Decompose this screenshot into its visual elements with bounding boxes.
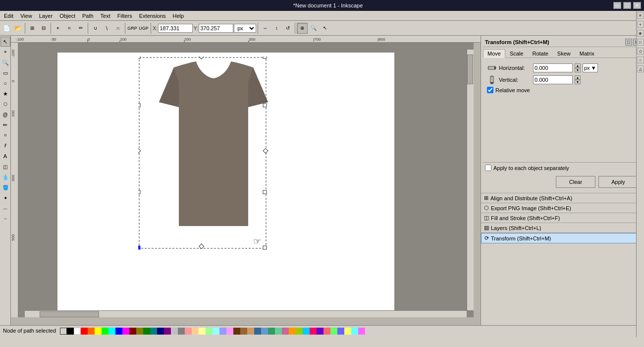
cursor-btn[interactable]: ↖ — [320, 23, 330, 34]
swatch-chartreuse[interactable] — [296, 328, 303, 335]
swatch-teal[interactable] — [150, 328, 157, 335]
y-input[interactable] — [199, 24, 233, 33]
diff-btn[interactable]: ∖ — [101, 23, 112, 34]
horizontal-input[interactable] — [533, 63, 573, 72]
transform-collapsed-panel[interactable]: ⟳ Transform (Shift+Ctrl+M) ▼ — [481, 233, 644, 243]
swatch-brown[interactable] — [233, 328, 240, 335]
swatch-cyan[interactable] — [108, 328, 115, 335]
swatch-white[interactable] — [74, 328, 81, 335]
swatch-tan[interactable] — [240, 328, 247, 335]
apply-button[interactable]: Apply — [598, 176, 638, 188]
arrange-icon[interactable]: ≡ — [637, 12, 644, 19]
tab-scale[interactable]: Scale — [505, 49, 528, 58]
swatch-lt-yellow[interactable] — [199, 328, 206, 335]
swatch-salmon[interactable] — [323, 328, 330, 335]
snap-icon-3[interactable]: □ — [637, 39, 644, 46]
swatch-dark-green[interactable] — [143, 328, 150, 335]
snap-icon-5[interactable]: ○ — [637, 57, 644, 63]
node-tool-btn[interactable]: ⌖ — [53, 23, 63, 34]
eyedropper-tool[interactable]: 💧 — [0, 172, 10, 182]
rect-tool[interactable]: ▭ — [0, 68, 10, 78]
fill-stroke-panel[interactable]: ◫ Fill and Stroke (Shift+Ctrl+F) ▼ — [481, 213, 644, 223]
measure-tool[interactable]: ↔ — [0, 214, 10, 224]
rotate-90-btn[interactable]: ↺ — [282, 23, 293, 34]
connector-tool[interactable]: — — [0, 203, 10, 213]
swatch-lt-yellow2[interactable] — [344, 328, 351, 335]
flip-h-btn[interactable]: ↔ — [260, 23, 270, 34]
relative-move-checkbox[interactable] — [487, 87, 493, 93]
swatch-sky-blue[interactable] — [303, 328, 310, 335]
calligraphy-tool[interactable]: Ꝭ — [0, 141, 10, 151]
close-button[interactable]: ✕ — [633, 2, 641, 9]
swatch-red[interactable] — [81, 328, 88, 335]
menu-text[interactable]: Text — [98, 12, 113, 19]
swatch-lt-magenta[interactable] — [226, 328, 233, 335]
menu-view[interactable]: View — [17, 12, 35, 19]
star-tool[interactable]: ★ — [0, 89, 10, 99]
open-btn[interactable]: 📂 — [12, 23, 23, 34]
vertical-input[interactable] — [533, 75, 573, 84]
swatch-violet[interactable] — [317, 328, 323, 335]
swatch-rose[interactable] — [282, 328, 289, 335]
swatch-lt-red[interactable] — [185, 328, 192, 335]
panel-restore-btn[interactable]: □ — [625, 39, 632, 46]
menu-object[interactable]: Object — [56, 12, 78, 19]
swatch-sea-green[interactable] — [268, 328, 275, 335]
zoom-tool[interactable]: 🔍 — [0, 58, 10, 67]
text-tool[interactable]: A — [0, 151, 10, 161]
canvas-area[interactable]: -100 -50 0 100 200 300 |700 |800 -100 0 — [11, 36, 481, 325]
vertical-spin-down[interactable]: ▼ — [575, 80, 581, 84]
spiral-tool[interactable]: @ — [0, 110, 10, 119]
swatch-navy[interactable] — [157, 328, 164, 335]
pen-tool-btn[interactable]: ✏ — [75, 23, 86, 34]
flip-v-btn[interactable]: ↕ — [271, 23, 282, 34]
menu-layer[interactable]: Layer — [36, 12, 56, 19]
hscroll-thumb[interactable] — [40, 311, 99, 317]
swatch-cornflower[interactable] — [261, 328, 268, 335]
swatch-lt-green[interactable] — [206, 328, 213, 335]
align-distribute-panel[interactable]: ⊞ Align and Distribute (Shift+Ctrl+A) ▼ — [481, 193, 644, 203]
3d-box-tool[interactable]: ⬡ — [0, 99, 10, 109]
minimize-button[interactable]: — — [613, 2, 621, 9]
swatch-lt-orange[interactable] — [192, 328, 199, 335]
clear-button[interactable]: Clear — [556, 176, 595, 188]
swatch-black[interactable] — [67, 328, 74, 335]
node-edit-tool[interactable]: ⌖ — [0, 47, 10, 57]
fill-tool[interactable]: 🪣 — [0, 182, 10, 192]
horizontal-spin-up[interactable]: ▲ — [575, 63, 581, 68]
swatch-steel-blue[interactable] — [254, 328, 261, 335]
swatch-gray[interactable] — [178, 328, 185, 335]
ellipse-tool[interactable]: ○ — [0, 78, 10, 88]
apply-each-checkbox[interactable] — [485, 165, 491, 171]
swatch-olive[interactable] — [136, 328, 143, 335]
swatch-purple[interactable] — [164, 328, 171, 335]
x-input[interactable] — [158, 24, 193, 33]
union-btn[interactable]: ∪ — [90, 23, 101, 34]
swatch-magenta[interactable] — [122, 328, 129, 335]
swatch-maroon[interactable] — [129, 328, 136, 335]
pencil-tool[interactable]: ✏ — [0, 120, 10, 130]
layers-panel[interactable]: ▤ Layers (Shift+Ctrl+L) ▼ — [481, 223, 644, 233]
zoom-btn[interactable]: 🔍 — [308, 23, 319, 34]
tab-skew[interactable]: Skew — [553, 49, 575, 58]
swatch-periwinkle[interactable] — [337, 328, 344, 335]
snap-icon-4[interactable]: ◇ — [637, 48, 644, 55]
group-btn[interactable]: GRP — [127, 23, 138, 34]
swatch-lt-tan[interactable] — [247, 328, 254, 335]
swatch-green[interactable] — [102, 328, 108, 335]
horizontal-spin-down[interactable]: ▼ — [575, 68, 581, 72]
vertical-scrollbar[interactable] — [467, 50, 474, 310]
swatch-blue[interactable] — [115, 328, 122, 335]
menu-edit[interactable]: Edit — [1, 12, 16, 19]
new-btn[interactable]: 📄 — [1, 23, 12, 34]
menu-filters[interactable]: Filters — [114, 12, 135, 19]
swatch-amber[interactable] — [289, 328, 296, 335]
swatch-lt-blue[interactable] — [219, 328, 226, 335]
export-png-panel[interactable]: ⬡ Export PNG Image (Shift+Ctrl+E) ▼ — [481, 203, 644, 213]
snap-icon-1[interactable]: + — [637, 21, 644, 28]
horizontal-unit[interactable]: px ▼ — [583, 63, 598, 72]
menu-extensions[interactable]: Extensions — [136, 12, 169, 19]
menu-path[interactable]: Path — [79, 12, 97, 19]
intersect-btn[interactable]: ∩ — [112, 23, 123, 34]
menu-help[interactable]: Help — [170, 12, 187, 19]
